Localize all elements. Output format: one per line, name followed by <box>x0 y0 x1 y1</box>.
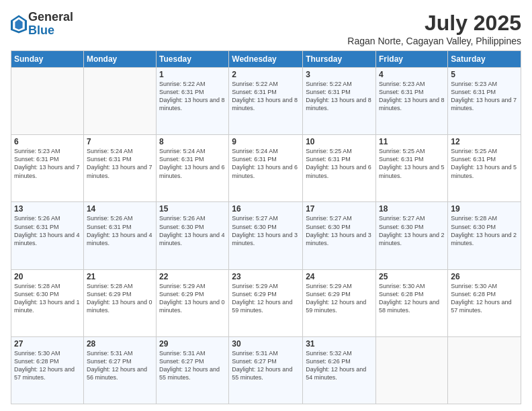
day-number: 23 <box>232 272 300 281</box>
day-number: 31 <box>306 339 373 349</box>
day-number: 24 <box>306 272 373 281</box>
calendar-cell: 4Sunrise: 5:23 AM Sunset: 6:31 PM Daylig… <box>376 68 448 135</box>
day-header-friday: Friday <box>376 51 448 68</box>
day-number: 16 <box>232 204 300 214</box>
calendar-cell: 25Sunrise: 5:30 AM Sunset: 6:28 PM Dayli… <box>376 269 448 336</box>
calendar-cell: 5Sunrise: 5:23 AM Sunset: 6:31 PM Daylig… <box>448 68 521 135</box>
cell-content: Sunrise: 5:29 AM Sunset: 6:29 PM Dayligh… <box>159 282 226 315</box>
day-number: 6 <box>14 137 81 146</box>
calendar-cell: 17Sunrise: 5:27 AM Sunset: 6:30 PM Dayli… <box>303 202 376 269</box>
day-header-wednesday: Wednesday <box>229 51 303 68</box>
calendar-cell <box>376 336 448 404</box>
calendar-week-row: 13Sunrise: 5:26 AM Sunset: 6:31 PM Dayli… <box>11 202 521 269</box>
calendar-cell <box>448 336 521 404</box>
day-number: 3 <box>306 70 373 79</box>
cell-content: Sunrise: 5:27 AM Sunset: 6:30 PM Dayligh… <box>379 214 445 247</box>
calendar-cell: 26Sunrise: 5:30 AM Sunset: 6:28 PM Dayli… <box>448 269 521 336</box>
cell-content: Sunrise: 5:25 AM Sunset: 6:31 PM Dayligh… <box>451 147 518 180</box>
day-number: 22 <box>159 272 226 281</box>
calendar-cell: 7Sunrise: 5:24 AM Sunset: 6:31 PM Daylig… <box>83 135 156 202</box>
calendar-table: SundayMondayTuesdayWednesdayThursdayFrid… <box>11 50 521 404</box>
cell-content: Sunrise: 5:23 AM Sunset: 6:31 PM Dayligh… <box>379 80 445 113</box>
main-title: July 2025 <box>347 11 521 36</box>
calendar-week-row: 1Sunrise: 5:22 AM Sunset: 6:31 PM Daylig… <box>11 68 521 135</box>
calendar-cell: 11Sunrise: 5:25 AM Sunset: 6:31 PM Dayli… <box>376 135 448 202</box>
calendar-cell: 18Sunrise: 5:27 AM Sunset: 6:30 PM Dayli… <box>376 202 448 269</box>
day-number: 13 <box>14 204 81 214</box>
cell-content: Sunrise: 5:30 AM Sunset: 6:28 PM Dayligh… <box>451 282 518 315</box>
day-number: 21 <box>87 272 153 281</box>
day-number: 10 <box>306 137 373 146</box>
day-header-thursday: Thursday <box>303 51 376 68</box>
cell-content: Sunrise: 5:29 AM Sunset: 6:29 PM Dayligh… <box>232 282 300 315</box>
day-number: 30 <box>232 339 300 349</box>
cell-content: Sunrise: 5:22 AM Sunset: 6:31 PM Dayligh… <box>159 80 226 113</box>
day-number: 17 <box>306 204 373 214</box>
logo-blue: Blue <box>28 24 73 38</box>
calendar-cell: 27Sunrise: 5:30 AM Sunset: 6:28 PM Dayli… <box>11 336 84 404</box>
calendar-cell: 31Sunrise: 5:32 AM Sunset: 6:26 PM Dayli… <box>303 336 376 404</box>
calendar-cell: 15Sunrise: 5:26 AM Sunset: 6:30 PM Dayli… <box>157 202 229 269</box>
day-number: 29 <box>159 339 226 349</box>
cell-content: Sunrise: 5:22 AM Sunset: 6:31 PM Dayligh… <box>232 80 300 113</box>
calendar-cell: 21Sunrise: 5:28 AM Sunset: 6:29 PM Dayli… <box>83 269 156 336</box>
cell-content: Sunrise: 5:31 AM Sunset: 6:27 PM Dayligh… <box>159 349 226 382</box>
cell-content: Sunrise: 5:22 AM Sunset: 6:31 PM Dayligh… <box>306 80 373 113</box>
day-number: 9 <box>232 137 300 146</box>
calendar-cell: 29Sunrise: 5:31 AM Sunset: 6:27 PM Dayli… <box>157 336 229 404</box>
day-number: 26 <box>451 272 518 281</box>
logo-icon <box>11 15 27 34</box>
cell-content: Sunrise: 5:26 AM Sunset: 6:31 PM Dayligh… <box>14 214 81 247</box>
calendar-week-row: 20Sunrise: 5:28 AM Sunset: 6:30 PM Dayli… <box>11 269 521 336</box>
cell-content: Sunrise: 5:25 AM Sunset: 6:31 PM Dayligh… <box>306 147 373 180</box>
calendar-cell: 6Sunrise: 5:23 AM Sunset: 6:31 PM Daylig… <box>11 135 84 202</box>
calendar-cell: 12Sunrise: 5:25 AM Sunset: 6:31 PM Dayli… <box>448 135 521 202</box>
calendar-cell: 19Sunrise: 5:28 AM Sunset: 6:30 PM Dayli… <box>448 202 521 269</box>
cell-content: Sunrise: 5:28 AM Sunset: 6:30 PM Dayligh… <box>14 282 81 315</box>
day-number: 4 <box>379 70 445 79</box>
cell-content: Sunrise: 5:26 AM Sunset: 6:30 PM Dayligh… <box>159 214 226 247</box>
calendar-cell: 1Sunrise: 5:22 AM Sunset: 6:31 PM Daylig… <box>157 68 229 135</box>
day-number: 1 <box>159 70 226 79</box>
page: General Blue July 2025 Ragan Norte, Caga… <box>0 0 532 411</box>
cell-content: Sunrise: 5:24 AM Sunset: 6:31 PM Dayligh… <box>232 147 300 180</box>
logo: General Blue <box>11 11 73 38</box>
calendar-cell: 24Sunrise: 5:29 AM Sunset: 6:29 PM Dayli… <box>303 269 376 336</box>
calendar-cell: 16Sunrise: 5:27 AM Sunset: 6:30 PM Dayli… <box>229 202 303 269</box>
cell-content: Sunrise: 5:32 AM Sunset: 6:26 PM Dayligh… <box>306 349 373 382</box>
day-number: 28 <box>87 339 153 349</box>
cell-content: Sunrise: 5:30 AM Sunset: 6:28 PM Dayligh… <box>14 349 81 382</box>
logo-general: General <box>28 11 73 24</box>
cell-content: Sunrise: 5:25 AM Sunset: 6:31 PM Dayligh… <box>379 147 445 180</box>
day-number: 8 <box>159 137 226 146</box>
calendar-cell: 10Sunrise: 5:25 AM Sunset: 6:31 PM Dayli… <box>303 135 376 202</box>
calendar-header-row: SundayMondayTuesdayWednesdayThursdayFrid… <box>11 51 521 68</box>
cell-content: Sunrise: 5:29 AM Sunset: 6:29 PM Dayligh… <box>306 282 373 315</box>
cell-content: Sunrise: 5:28 AM Sunset: 6:29 PM Dayligh… <box>87 282 153 315</box>
calendar-cell: 23Sunrise: 5:29 AM Sunset: 6:29 PM Dayli… <box>229 269 303 336</box>
cell-content: Sunrise: 5:27 AM Sunset: 6:30 PM Dayligh… <box>306 214 373 247</box>
cell-content: Sunrise: 5:26 AM Sunset: 6:31 PM Dayligh… <box>87 214 153 247</box>
day-header-saturday: Saturday <box>448 51 521 68</box>
day-header-tuesday: Tuesday <box>157 51 229 68</box>
calendar-cell: 8Sunrise: 5:24 AM Sunset: 6:31 PM Daylig… <box>157 135 229 202</box>
calendar-week-row: 27Sunrise: 5:30 AM Sunset: 6:28 PM Dayli… <box>11 336 521 404</box>
day-header-monday: Monday <box>83 51 156 68</box>
day-number: 19 <box>451 204 518 214</box>
day-header-sunday: Sunday <box>11 51 84 68</box>
day-number: 11 <box>379 137 445 146</box>
calendar-cell: 14Sunrise: 5:26 AM Sunset: 6:31 PM Dayli… <box>83 202 156 269</box>
day-number: 27 <box>14 339 81 349</box>
calendar-cell: 20Sunrise: 5:28 AM Sunset: 6:30 PM Dayli… <box>11 269 84 336</box>
calendar-cell: 22Sunrise: 5:29 AM Sunset: 6:29 PM Dayli… <box>157 269 229 336</box>
day-number: 18 <box>379 204 445 214</box>
cell-content: Sunrise: 5:23 AM Sunset: 6:31 PM Dayligh… <box>14 147 81 180</box>
cell-content: Sunrise: 5:30 AM Sunset: 6:28 PM Dayligh… <box>379 282 445 315</box>
cell-content: Sunrise: 5:23 AM Sunset: 6:31 PM Dayligh… <box>451 80 518 113</box>
subtitle: Ragan Norte, Cagayan Valley, Philippines <box>347 36 521 46</box>
calendar-week-row: 6Sunrise: 5:23 AM Sunset: 6:31 PM Daylig… <box>11 135 521 202</box>
day-number: 15 <box>159 204 226 214</box>
logo-text: General Blue <box>28 11 73 38</box>
calendar-cell <box>83 68 156 135</box>
cell-content: Sunrise: 5:31 AM Sunset: 6:27 PM Dayligh… <box>232 349 300 382</box>
